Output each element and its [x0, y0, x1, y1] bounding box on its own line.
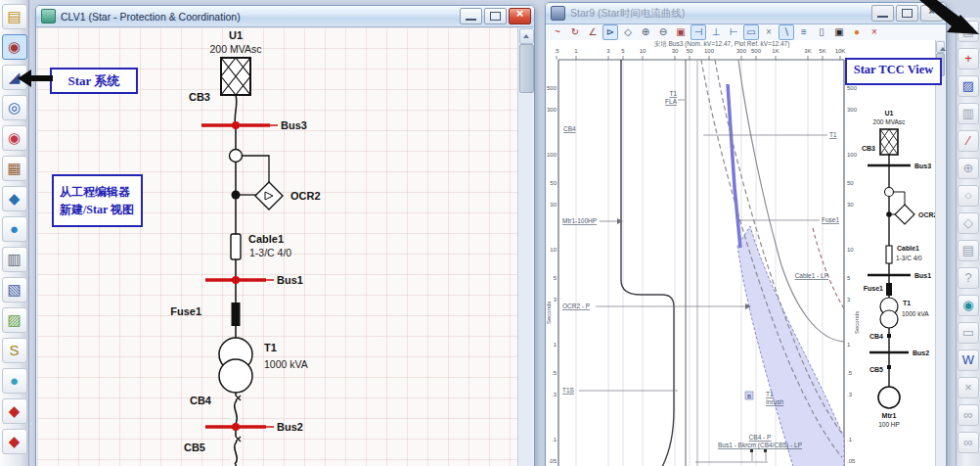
u1-label: U1	[229, 29, 243, 41]
axis-line-icon[interactable]: ∖	[779, 24, 794, 40]
mini-cable1-symbol[interactable]	[886, 246, 892, 263]
zoom-out-icon[interactable]: ⊖	[655, 24, 671, 40]
scroll-up-icon[interactable]	[519, 28, 534, 44]
star-tcc-curve-icon[interactable]: ◢	[2, 65, 27, 90]
tcc-plot-area[interactable]: .5 1 3 5 10 30 50 100 300 500 1K 3K 5K 1…	[547, 40, 936, 466]
tcc-scroll-up-icon[interactable]	[936, 41, 945, 53]
ground-grid-icon[interactable]: ▦	[2, 156, 27, 181]
report-manager-icon[interactable]: ▤	[958, 240, 979, 261]
grid-lines-icon[interactable]: ≡	[796, 24, 812, 40]
mini-fuse1-symbol[interactable]	[886, 283, 892, 296]
svg-text:1: 1	[554, 342, 557, 348]
copy-star-view-icon[interactable]: ▥	[958, 103, 979, 124]
delete-curve-icon[interactable]: ×	[761, 24, 777, 40]
svg-text:.1: .1	[847, 437, 853, 443]
minimize-button[interactable]	[460, 8, 482, 24]
b-marker-label: B	[747, 394, 751, 399]
close-view-icon[interactable]: ×	[958, 377, 979, 398]
fuse1-curve[interactable]	[728, 84, 740, 248]
star-view-icon[interactable]: ▤	[958, 21, 979, 42]
mini-oneline: U1 200 MVAsc CB3 Bus3 OCR2	[862, 110, 936, 428]
unlink-view-icon[interactable]: ∞	[958, 432, 979, 453]
mini-ocr2-symbol[interactable]	[895, 205, 914, 224]
new-star-view-callout: 从工程编辑器 新建/Star 视图	[52, 174, 143, 227]
zoom-window-icon[interactable]: ▣	[673, 24, 689, 40]
panel-systems-icon[interactable]: ▧	[2, 277, 27, 303]
gis-map-icon[interactable]: ●	[2, 216, 27, 242]
one-line-diagram-icon[interactable]: ▤	[2, 4, 27, 29]
help-ball-icon[interactable]: ●	[849, 24, 865, 40]
rotate-icon[interactable]: ↻	[567, 24, 583, 40]
align-right-icon[interactable]: ⊢	[726, 24, 741, 40]
bus3-bar[interactable]	[201, 121, 278, 129]
tcc-close-button[interactable]	[920, 5, 943, 22]
star-protection-icon[interactable]: ◉	[2, 34, 27, 60]
oneline-canvas[interactable]: U1 200 MVAsc CB3 Bus3	[37, 27, 518, 466]
fit-view-icon[interactable]: ▭	[743, 24, 759, 40]
ct-symbol[interactable]	[230, 150, 243, 163]
link-view-icon[interactable]: ∞	[958, 404, 979, 426]
capture-icon[interactable]: ▣	[831, 24, 847, 40]
device-filter-icon[interactable]: ◇	[958, 212, 979, 234]
print-preview-icon[interactable]: ▭	[958, 322, 979, 344]
edit-star-view-icon[interactable]: ▨	[958, 75, 979, 97]
select-icon[interactable]: ⊳	[602, 24, 618, 40]
cable1-damage-curve[interactable]	[813, 228, 844, 308]
mini-ct-symbol[interactable]	[885, 188, 894, 197]
geo-map-icon[interactable]: ▨	[2, 307, 27, 333]
sequence-viewer-icon[interactable]: S	[2, 338, 27, 363]
u1-symbol[interactable]	[221, 58, 250, 95]
control-system-diagram-icon[interactable]: ◉	[2, 125, 27, 151]
close-curve-icon[interactable]: ×	[867, 24, 882, 40]
mini-t1-symbol[interactable]	[880, 298, 898, 328]
ocr2-symbol[interactable]	[255, 182, 283, 210]
angle-icon[interactable]: ∠	[585, 24, 601, 40]
time-clock-icon[interactable]: ○	[958, 185, 979, 207]
mini-u1-symbol[interactable]	[880, 129, 898, 155]
create-star-view-icon[interactable]: +	[958, 48, 979, 70]
oneline-titlebar[interactable]: CLV1 (Star - Protection & Coordination)	[36, 6, 534, 27]
cable1-symbol[interactable]	[231, 234, 241, 259]
bus1-lp-label: Bus1 - Bkrcm (CB4/CB5) - LP	[718, 442, 802, 449]
snap-icon[interactable]: ~	[550, 24, 565, 40]
scroll-thumb[interactable]	[519, 44, 534, 93]
svg-text:.3: .3	[552, 392, 557, 397]
svg-text:50: 50	[847, 180, 854, 186]
display-options-icon[interactable]: ◉	[958, 295, 979, 316]
t1-symbol[interactable]	[219, 338, 252, 393]
query-icon[interactable]: ?	[958, 267, 979, 289]
composite-network-icon[interactable]: ◆	[2, 398, 27, 424]
zoom-select-icon[interactable]: ⊕	[958, 158, 979, 179]
fuse1-band[interactable]	[737, 226, 844, 466]
word-export-icon[interactable]: W	[958, 350, 979, 371]
tcc-titlebar[interactable]: Star9 (Star时间电流曲线)	[546, 3, 946, 24]
pan-icon[interactable]: ◇	[620, 24, 636, 40]
dc-one-line-icon[interactable]: ▥	[2, 247, 27, 272]
dumpster-icon[interactable]: ●	[2, 368, 27, 394]
cable-pulling-icon[interactable]: ◆	[2, 186, 27, 211]
mini-cb4-symbol[interactable]	[887, 334, 891, 338]
zoom-in-icon[interactable]: ⊕	[638, 24, 653, 40]
right-tick-labels: 500 300 100 50 30 10 5 3 1 .5 .3 .1 .05	[847, 85, 858, 464]
oneline-vscrollbar[interactable]	[517, 27, 533, 466]
bus1-bar[interactable]	[205, 276, 274, 284]
align-left-icon[interactable]: ⊣	[690, 24, 706, 40]
align-center-icon[interactable]: ⊥	[708, 24, 724, 40]
fuse1-symbol[interactable]	[232, 303, 241, 326]
tcc-vscrollbar[interactable]	[935, 40, 945, 466]
maximize-button[interactable]	[484, 8, 507, 24]
marker-pen-icon[interactable]: ∕	[958, 130, 979, 152]
tcc-minimize-button[interactable]	[871, 5, 894, 22]
right-toolbar: ▤+▨▥∕⊕○◇▤?◉▭W×∞∞	[956, 18, 980, 466]
motor-start-curve[interactable]	[621, 60, 674, 466]
mini-bus2-label: Bus2	[913, 350, 929, 356]
mini-mtr1-symbol[interactable]	[878, 387, 900, 408]
oneline-window-title: CLV1 (Star - Protection & Coordination)	[61, 11, 458, 23]
mini-cable1-label: Cable1	[897, 245, 919, 252]
close-button[interactable]	[509, 8, 531, 24]
mini-cb5-symbol[interactable]	[887, 365, 891, 369]
page-setup-icon[interactable]: ▯	[814, 24, 829, 40]
composite-motor-icon[interactable]: ◆	[2, 429, 27, 454]
underground-raceway-icon[interactable]: ◎	[2, 95, 27, 120]
tcc-maximize-button[interactable]	[896, 5, 918, 22]
